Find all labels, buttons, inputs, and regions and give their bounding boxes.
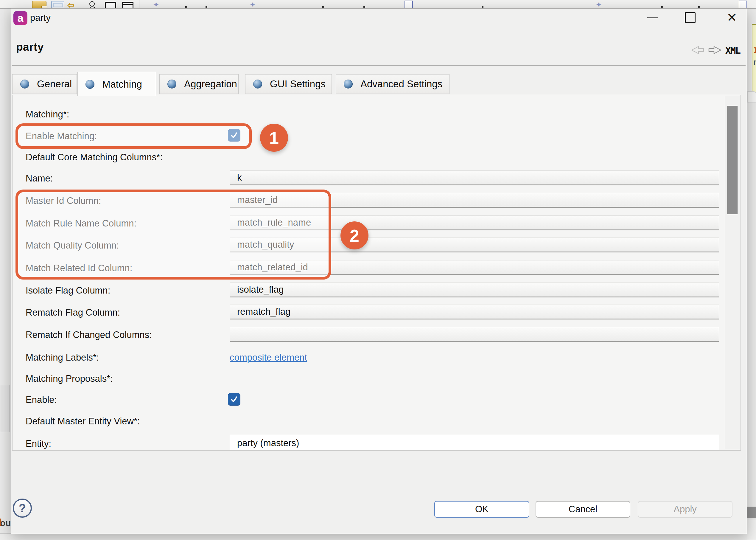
entity-field[interactable]: party (masters) — [230, 435, 719, 451]
background-left-strip — [0, 8, 4, 510]
close-button[interactable]: ✕ — [724, 12, 740, 24]
background-panel-fragment — [0, 385, 10, 432]
enable-proposals-checkbox[interactable] — [228, 393, 240, 406]
background-toolbar: ⇦ ✦ ✦ ✦ — [0, 0, 756, 9]
annotation-highlight-1 — [16, 123, 252, 149]
label-default-master-entity-view: Default Master Entity View*: — [26, 415, 140, 427]
scrollbar-thumb[interactable] — [727, 106, 737, 214]
label-entity: Entity: — [26, 438, 51, 450]
tooltip-text-fragment: n — [753, 58, 756, 67]
rematch-flag-column-field[interactable]: rematch_flag — [230, 305, 719, 320]
background-clipped-text: ou — [0, 518, 11, 528]
background-panel-fragment — [747, 520, 756, 540]
tab-label: Aggregation — [184, 78, 237, 90]
party-dialog: a party ✕ party XML General Matching Agg… — [11, 8, 747, 534]
tab-ball-icon — [20, 79, 29, 88]
cancel-button[interactable]: Cancel — [536, 501, 630, 518]
app-logo-icon: a — [13, 11, 27, 25]
matching-form-panel: Matching*: Enable Matching: Default Core… — [12, 95, 741, 451]
sparkle-icon[interactable]: ✦ — [153, 1, 159, 9]
label-matching-labels: Matching Labels*: — [26, 352, 99, 363]
header-separator — [12, 65, 746, 66]
toolbar-dot — [322, 6, 324, 8]
document-icon[interactable] — [404, 1, 413, 9]
tab-ball-icon — [344, 79, 353, 88]
sparkle-icon[interactable]: ✦ — [250, 1, 256, 9]
user-icon[interactable] — [89, 1, 95, 7]
toolbar-dot — [482, 6, 484, 8]
tab-label: Advanced Settings — [361, 78, 442, 90]
tab-label: Matching — [102, 79, 142, 90]
tab-label: General — [37, 78, 72, 90]
xml-view-button[interactable]: XML — [725, 45, 740, 56]
checkmark-icon — [230, 395, 239, 404]
background-corner-fragment — [747, 91, 756, 102]
tab-label: GUI Settings — [270, 78, 326, 90]
minimize-button[interactable] — [645, 12, 660, 24]
background-scrollbar-fragment — [747, 507, 756, 518]
tab-matching[interactable]: Matching — [77, 72, 156, 96]
tooltip-text-fragment: I[ — [753, 46, 756, 55]
tab-ball-icon — [167, 79, 176, 88]
minimize-icon — [647, 17, 658, 18]
tab-general[interactable]: General — [12, 74, 77, 94]
label-rematch-flag-column: Rematch Flag Column: — [26, 307, 120, 319]
toolbar-dot — [698, 6, 700, 8]
toolbar-dot — [185, 6, 187, 8]
label-matching-proposals: Matching Proposals*: — [26, 373, 113, 385]
page-title: party — [16, 41, 44, 53]
maximize-button[interactable] — [683, 12, 698, 24]
tab-aggregation[interactable]: Aggregation — [160, 74, 239, 94]
nav-back-button[interactable] — [690, 45, 704, 56]
apply-button[interactable]: Apply — [638, 501, 732, 518]
background-bottom-strip — [0, 533, 756, 540]
save-icon[interactable] — [32, 1, 47, 9]
tab-ball-icon — [253, 79, 262, 88]
window-icon[interactable] — [105, 2, 116, 9]
annotation-badge-2: 2 — [341, 221, 369, 249]
annotation-badge-1: 1 — [260, 124, 288, 152]
maximize-icon — [685, 12, 696, 23]
help-button[interactable]: ? — [13, 498, 32, 518]
back-arrow-icon — [690, 45, 704, 56]
question-mark-icon: ? — [19, 501, 26, 515]
label-matching: Matching*: — [26, 108, 69, 120]
window-titled-icon[interactable] — [122, 2, 134, 9]
isolate-flag-column-field[interactable]: isolate_flag — [230, 283, 719, 297]
tab-ball-icon — [85, 80, 94, 89]
sparkle-icon[interactable]: ✦ — [596, 1, 602, 9]
label-isolate-flag-column: Isolate Flag Column: — [26, 285, 110, 297]
toolbar-dot — [364, 6, 365, 8]
toolbar-dot — [661, 6, 663, 8]
nav-forward-button[interactable] — [708, 45, 722, 56]
back-arrow-icon[interactable]: ⇦ — [67, 1, 74, 9]
annotation-highlight-2 — [16, 190, 331, 280]
ok-button[interactable]: OK — [434, 501, 529, 518]
composite-element-link[interactable]: composite element — [230, 352, 307, 363]
window-layout-icon[interactable] — [51, 1, 64, 9]
label-rematch-if-changed-columns: Rematch If Changed Columns: — [26, 329, 152, 341]
label-enable: Enable: — [26, 394, 57, 406]
toolbar-separator — [139, 0, 140, 8]
forward-arrow-icon — [708, 45, 722, 56]
name-field[interactable]: k — [230, 171, 719, 185]
background-tooltip-fragment: I[ n — [752, 24, 756, 101]
toolbar-dot — [205, 6, 207, 8]
tab-advanced-settings[interactable]: Advanced Settings — [336, 74, 450, 94]
label-default-core-matching-columns: Default Core Matching Columns*: — [26, 151, 162, 163]
window-title: party — [30, 13, 51, 23]
tab-gui-settings[interactable]: GUI Settings — [245, 74, 332, 94]
document-icon[interactable] — [739, 1, 747, 9]
rematch-if-changed-columns-field[interactable] — [230, 327, 719, 342]
label-name: Name: — [26, 173, 53, 185]
